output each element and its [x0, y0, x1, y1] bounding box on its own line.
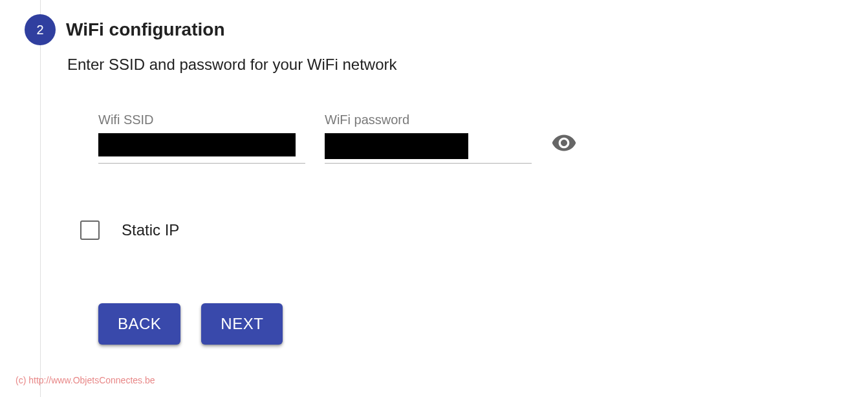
- step-header: 2 WiFi configuration: [25, 14, 225, 45]
- static-ip-row: Static IP: [80, 220, 577, 240]
- ssid-field: Wifi SSID: [98, 113, 305, 164]
- password-visibility-toggle[interactable]: [551, 130, 577, 164]
- step-description: Enter SSID and password for your WiFi ne…: [67, 56, 577, 74]
- step-number-badge: 2: [25, 14, 56, 45]
- static-ip-label: Static IP: [122, 221, 179, 239]
- stepper-vertical-line: [40, 0, 41, 397]
- navigation-buttons: BACK NEXT: [98, 303, 577, 345]
- password-field: WiFi password: [325, 113, 532, 164]
- password-label: WiFi password: [325, 113, 532, 127]
- static-ip-checkbox[interactable]: [80, 220, 100, 240]
- ssid-input[interactable]: [98, 139, 305, 164]
- copyright-text: (c) http://www.ObjetsConnectes.be: [16, 375, 155, 385]
- step-content: Enter SSID and password for your WiFi ne…: [67, 56, 577, 345]
- password-input[interactable]: [325, 139, 532, 164]
- eye-icon: [551, 130, 577, 156]
- step-title: WiFi configuration: [66, 19, 225, 40]
- back-button[interactable]: BACK: [98, 303, 180, 345]
- next-button[interactable]: NEXT: [201, 303, 283, 345]
- wifi-form-row: Wifi SSID WiFi password: [98, 113, 577, 164]
- ssid-label: Wifi SSID: [98, 113, 305, 127]
